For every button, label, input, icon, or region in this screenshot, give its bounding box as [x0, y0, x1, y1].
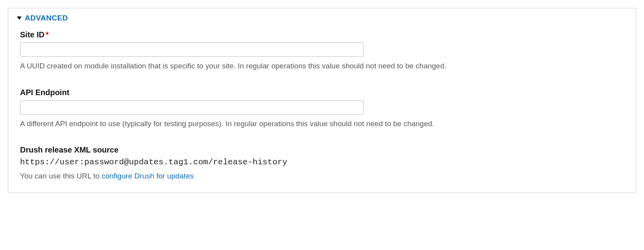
site-id-form-item: Site ID* A UUID created on module instal…: [8, 30, 636, 72]
api-endpoint-form-item: API Endpoint A different API endpoint to…: [8, 88, 636, 129]
advanced-legend-toggle[interactable]: ADVANCED: [8, 8, 636, 30]
drush-label: Drush release XML source: [20, 145, 624, 154]
caret-down-icon: [17, 17, 22, 20]
api-endpoint-input[interactable]: [20, 100, 364, 114]
advanced-fieldset: ADVANCED Site ID* A UUID created on modu…: [8, 8, 636, 193]
site-id-input[interactable]: [20, 42, 364, 57]
drush-source-value: https://user:password@updates.tag1.com/r…: [20, 158, 624, 167]
configure-drush-link[interactable]: configure Drush for updates: [102, 172, 194, 180]
drush-form-item: Drush release XML source https://user:pa…: [8, 145, 636, 182]
site-id-label-text: Site ID: [20, 30, 44, 39]
site-id-description: A UUID created on module installation th…: [20, 61, 624, 72]
api-endpoint-label: API Endpoint: [20, 88, 624, 97]
required-mark-icon: *: [46, 30, 49, 39]
drush-description-prefix: You can use this URL to: [20, 172, 102, 180]
drush-description: You can use this URL to configure Drush …: [20, 171, 624, 182]
api-endpoint-description: A different API endpoint to use (typical…: [20, 118, 624, 129]
site-id-label: Site ID*: [20, 30, 624, 39]
advanced-legend-text: ADVANCED: [25, 14, 68, 22]
